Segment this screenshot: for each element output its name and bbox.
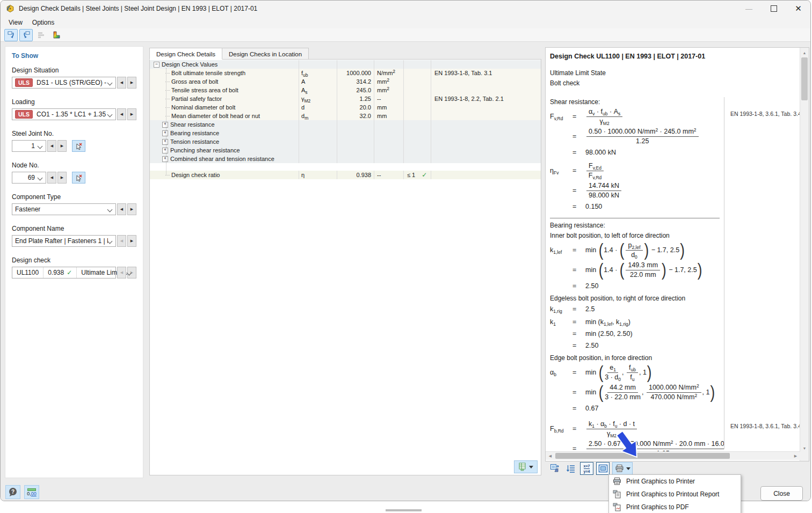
formula-line: =0.150 (550, 201, 724, 211)
table-gap-row (150, 163, 541, 171)
table-section-row[interactable]: +Shear resistance (150, 120, 541, 129)
design-check-ratio: 0.938 (48, 269, 64, 276)
horizontal-scrollbar[interactable]: ◀ ▶ (546, 451, 800, 460)
result-diagram-button[interactable] (34, 29, 48, 41)
table-row[interactable]: Tensile stress area of boltAs245.0mm2 (150, 86, 541, 94)
printer-icon (613, 477, 621, 486)
design-check-prev-button[interactable]: ◀ (117, 267, 126, 279)
loading-prev-button[interactable]: ◀ (117, 108, 126, 120)
report-text: Bolt check (550, 79, 724, 87)
table-section-row[interactable]: +Bearing resistance (150, 129, 541, 137)
menu-item-print-to-printer[interactable]: Print Graphics to Printer (609, 475, 741, 488)
formula-line: =min (2.50, 2.50) (550, 328, 724, 339)
steel-joint-prev-button[interactable]: ◀ (47, 140, 56, 152)
menu-view[interactable]: View (4, 18, 27, 27)
loading-label: Loading (12, 98, 136, 106)
close-button[interactable]: Close (760, 486, 803, 501)
table-section-row[interactable]: +Punching shear resistance (150, 146, 541, 155)
loading-select[interactable]: ULS CO1 - 1.35 * LC1 + 1.35 * LC2 (12, 108, 116, 120)
scroll-down-icon[interactable]: ▼ (800, 444, 809, 452)
redo-view-button[interactable] (19, 29, 33, 41)
report-text: Shear resistance: (550, 98, 724, 106)
check-ok-icon: ✓ (67, 269, 72, 276)
minimize-button[interactable]: — (737, 1, 761, 17)
show-values-button[interactable]: x=7y=4 (580, 462, 593, 475)
menu-item-print-to-printout-report[interactable]: Print Graphics to Printout Report (609, 488, 741, 501)
undo-view-button[interactable] (4, 29, 18, 41)
table-row[interactable]: Nominal diameter of boltd20.0mm (150, 103, 541, 112)
component-type-next-button[interactable]: ▶ (127, 203, 136, 215)
chevron-down-icon (38, 175, 43, 180)
expand-icon[interactable]: + (162, 139, 168, 145)
export-graphic-button[interactable] (548, 462, 561, 475)
vertical-scroll-thumb[interactable] (801, 57, 808, 100)
node-select[interactable]: 69 (12, 172, 46, 184)
design-check-ratio-row[interactable]: Design check ratioη0.938--≤ 1✓ (150, 171, 541, 179)
node-next-button[interactable]: ▶ (57, 172, 67, 184)
row-label: Mean diameter of bolt head or nut (171, 112, 260, 120)
maximize-button[interactable] (762, 1, 786, 17)
collapse-icon[interactable]: − (154, 62, 160, 68)
steel-joint-select[interactable]: 1 (12, 140, 46, 152)
table-row[interactable]: Bolt ultimate tensile strengthfub1000.00… (150, 69, 541, 77)
expand-icon[interactable]: + (162, 148, 168, 153)
report-title: Design Check UL1100 | EN 1993 | ELOT | 2… (550, 53, 724, 60)
design-situation-next-button[interactable]: ▶ (127, 77, 136, 89)
tab-design-checks-in-location[interactable]: Design Checks in Location (222, 48, 309, 60)
chevron-down-icon (107, 207, 113, 212)
print-table-button[interactable] (514, 460, 538, 473)
menu-item-print-to-pdf[interactable]: Print Graphics to PDF (609, 501, 741, 513)
component-name-next-button[interactable]: ▶ (127, 235, 136, 247)
values-xy-icon: x=7y=4 (584, 464, 590, 473)
joint-results-button[interactable] (49, 29, 63, 41)
scroll-right-icon[interactable]: ▶ (792, 452, 800, 460)
scroll-up-icon[interactable]: ▲ (800, 48, 809, 57)
show-frame-button[interactable] (596, 462, 610, 475)
node-prev-button[interactable]: ◀ (47, 172, 56, 184)
graphics-toolbar: x=7y=4 (548, 462, 633, 475)
formula-line: ηFv=Fv,EdFv,Rd (550, 162, 724, 180)
table-row[interactable]: Mean diameter of bolt head or nutdm32.0m… (150, 112, 541, 120)
formula-line: =0.67 (550, 403, 724, 413)
component-name-prev-button[interactable]: ◀ (117, 235, 126, 247)
steel-joint-next-button[interactable]: ▶ (57, 140, 67, 152)
expand-icon[interactable]: + (162, 122, 168, 128)
design-check-select[interactable]: UL1100 0.938✓ Ultimate Limit ... (12, 267, 116, 279)
table-section-row[interactable]: +Combined shear and tension resistance (150, 155, 541, 163)
dropdown-arrow-icon (529, 466, 533, 468)
component-name-select[interactable]: End Plate Rafter | Fasteners 1 | Bolt... (12, 235, 116, 247)
printer-icon (615, 464, 624, 473)
formula-line: k1,lef=min (1.4 · (p2,lefd0) − 1.7, 2.5) (550, 241, 724, 259)
component-type-select[interactable]: Fastener (12, 203, 116, 215)
table-row[interactable]: Partial safety factorγM21.25--EN 1993-1-… (150, 94, 541, 103)
help-button[interactable]: ? (5, 485, 20, 499)
vertical-scrollbar[interactable]: ▲ ▼ (800, 48, 809, 461)
scroll-left-icon[interactable]: ◀ (546, 452, 554, 460)
steel-joint-pick-button[interactable] (72, 140, 85, 152)
close-window-button[interactable]: ✕ (786, 1, 810, 17)
value-list-button[interactable] (564, 462, 577, 475)
node-pick-button[interactable] (72, 172, 85, 184)
print-context-menu: Print Graphics to Printer Print Graphics… (608, 474, 741, 513)
print-graphics-button[interactable] (612, 462, 633, 475)
picture-frame-icon (598, 464, 608, 473)
table-row[interactable]: Gross area of boltA314.2mm2 (150, 77, 541, 86)
table-section-row[interactable]: +Tension resistance (150, 137, 541, 146)
design-situation-select[interactable]: ULS DS1 - ULS (STR/GEO) - Perm... (12, 77, 116, 89)
table-group-row[interactable]: −Design Check Values (150, 60, 541, 69)
row-label: Nominal diameter of bolt (171, 103, 235, 112)
menu-options[interactable]: Options (27, 18, 59, 27)
expand-icon[interactable]: + (162, 156, 168, 162)
bar-chart-icon (37, 31, 46, 39)
loading-next-button[interactable]: ▶ (127, 108, 136, 120)
component-type-prev-button[interactable]: ◀ (117, 203, 126, 215)
expand-icon[interactable]: + (162, 130, 168, 136)
design-check-table: −Design Check ValuesBolt ultimate tensil… (149, 59, 541, 475)
redo-arrow-icon (22, 31, 31, 39)
menu-bar: View Options (1, 17, 810, 28)
code-reference: EN 1993-1-8, 3.6.1, Tab. 3.4 (730, 423, 800, 429)
design-situation-prev-button[interactable]: ◀ (117, 77, 126, 89)
component-name-label: Component Name (12, 225, 136, 232)
decimal-places-button[interactable]: 0,00 (24, 485, 39, 499)
tab-design-check-details[interactable]: Design Check Details (149, 48, 222, 60)
